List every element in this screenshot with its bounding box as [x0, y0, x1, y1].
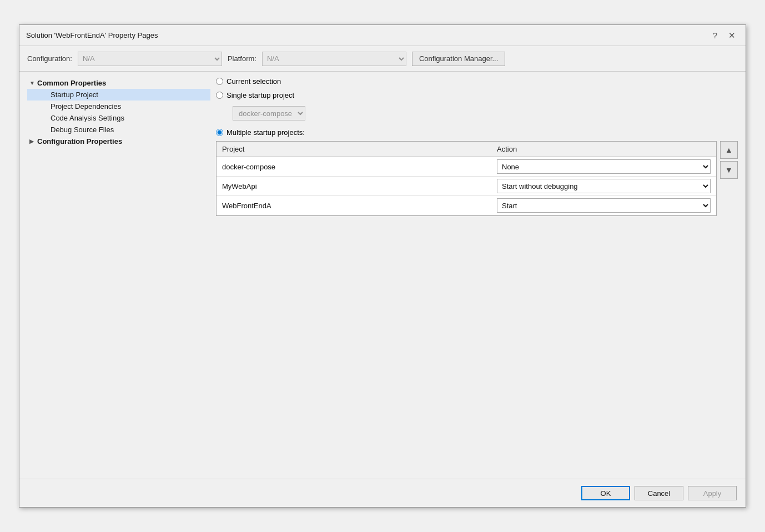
main-content: ▼ Common Properties Startup Project Proj…	[19, 72, 746, 479]
radio-current-selection-row: Current selection	[216, 77, 738, 86]
single-project-dropdown-row: docker-compose	[216, 106, 738, 121]
title-bar: Solution 'WebFrontEndA' Property Pages ?…	[19, 25, 746, 46]
action-select-mywebapi[interactable]: None Start Start without debugging	[497, 179, 711, 193]
radio-multiple-startup-label[interactable]: Multiple startup projects:	[227, 128, 305, 137]
projects-table: Project Action docker-compose None S	[217, 142, 716, 215]
apply-button[interactable]: Apply	[688, 486, 737, 500]
ok-button[interactable]: OK	[581, 486, 630, 500]
sidebar-item-project-dependencies[interactable]: Project Dependencies	[27, 101, 210, 112]
footer: OK Cancel Apply	[19, 479, 746, 507]
help-button[interactable]: ?	[709, 29, 721, 41]
table-row: docker-compose None Start Start without …	[217, 157, 716, 177]
action-cell: None Start Start without debugging	[491, 196, 716, 215]
cancel-button[interactable]: Cancel	[635, 486, 683, 500]
action-cell: None Start Start without debugging	[491, 157, 716, 177]
projects-table-container: Project Action docker-compose None S	[216, 141, 717, 216]
col-header-action: Action	[491, 142, 716, 157]
arrow-icon: ▼	[29, 80, 37, 86]
multiple-startup-label-row: Multiple startup projects:	[216, 128, 738, 137]
table-row: MyWebApi None Start Start without debugg…	[217, 177, 716, 196]
table-section: Project Action docker-compose None S	[216, 141, 738, 473]
single-project-select[interactable]: docker-compose	[233, 106, 305, 121]
config-manager-button[interactable]: Configuration Manager...	[412, 52, 505, 66]
configuration-select[interactable]: N/A	[78, 52, 222, 66]
single-startup-row: Single startup project	[216, 91, 738, 99]
radio-single-startup-label[interactable]: Single startup project	[227, 91, 294, 99]
platform-select[interactable]: N/A	[262, 52, 406, 66]
sidebar-item-common-properties[interactable]: ▼ Common Properties	[27, 77, 210, 89]
radio-multiple-startup[interactable]	[216, 129, 223, 136]
sidebar-item-label: Project Dependencies	[51, 102, 121, 111]
action-select-docker-compose[interactable]: None Start Start without debugging	[497, 159, 711, 174]
title-bar-controls: ? ✕	[709, 29, 739, 42]
sidebar-item-label: Debug Source Files	[51, 126, 114, 134]
configuration-label: Configuration:	[27, 54, 72, 63]
dialog-title: Solution 'WebFrontEndA' Property Pages	[26, 31, 158, 39]
sidebar-item-code-analysis-settings[interactable]: Code Analysis Settings	[27, 112, 210, 124]
sidebar-item-label: Configuration Properties	[37, 137, 122, 145]
sidebar-item-label: Code Analysis Settings	[51, 114, 124, 122]
arrow-buttons: ▲ ▼	[720, 141, 738, 179]
sidebar-item-label: Startup Project	[51, 91, 98, 99]
move-up-button[interactable]: ▲	[720, 141, 738, 159]
platform-label: Platform:	[228, 54, 256, 63]
project-name-cell: MyWebApi	[217, 177, 491, 196]
sidebar-item-startup-project[interactable]: Startup Project	[27, 89, 210, 101]
col-header-project: Project	[217, 142, 491, 157]
sidebar-item-label: Common Properties	[37, 79, 106, 87]
close-button[interactable]: ✕	[725, 29, 739, 42]
content-panel: Current selection Single startup project…	[216, 77, 738, 473]
table-row: WebFrontEndA None Start Start without de…	[217, 196, 716, 215]
sidebar: ▼ Common Properties Startup Project Proj…	[27, 77, 210, 473]
radio-current-selection[interactable]	[216, 78, 223, 85]
action-select-webfrontenda[interactable]: None Start Start without debugging	[497, 198, 711, 213]
move-down-button[interactable]: ▼	[720, 161, 738, 179]
sidebar-item-debug-source-files[interactable]: Debug Source Files	[27, 124, 210, 135]
action-cell: None Start Start without debugging	[491, 177, 716, 196]
radio-single-startup[interactable]	[216, 92, 223, 99]
radio-current-selection-label[interactable]: Current selection	[227, 77, 281, 86]
dialog: Solution 'WebFrontEndA' Property Pages ?…	[19, 24, 746, 508]
project-name-cell: docker-compose	[217, 157, 491, 177]
arrow-icon: ▶	[29, 138, 37, 144]
toolbar-row: Configuration: N/A Platform: N/A Configu…	[19, 46, 746, 72]
project-name-cell: WebFrontEndA	[217, 196, 491, 215]
sidebar-item-configuration-properties[interactable]: ▶ Configuration Properties	[27, 135, 210, 147]
